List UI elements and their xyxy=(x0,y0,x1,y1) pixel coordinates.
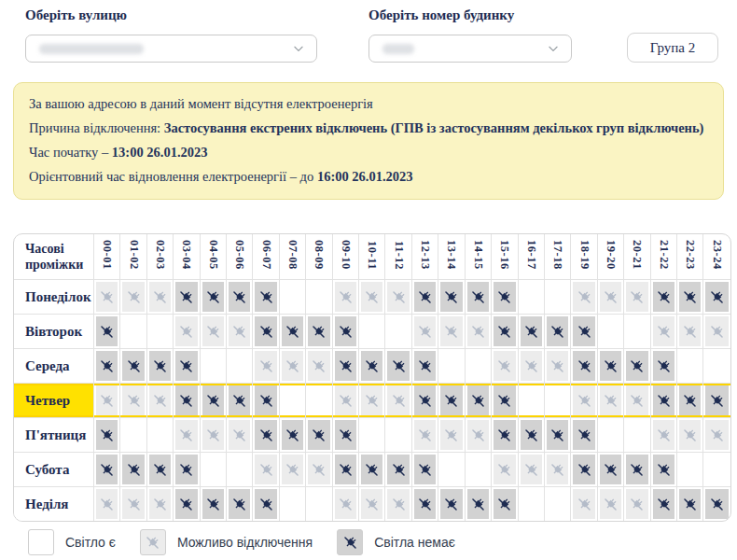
schedule-cell-on xyxy=(703,349,730,384)
schedule-cell-on xyxy=(624,315,650,349)
no-power-icon xyxy=(470,289,486,305)
schedule-cell-possible xyxy=(280,453,306,487)
schedule-cell-on xyxy=(306,384,332,418)
schedule-cell-possible xyxy=(359,384,385,418)
no-power-icon xyxy=(178,427,194,443)
alert-line-status: За вашою адресою в даний момент відсутня… xyxy=(29,91,708,116)
schedule-cell-on xyxy=(545,384,571,418)
schedule-cell-off xyxy=(438,384,465,418)
legend-swatch-off xyxy=(337,529,363,555)
schedule-cell-off xyxy=(253,384,279,418)
no-power-icon xyxy=(338,497,354,512)
schedule-cell-possible xyxy=(519,453,545,487)
no-power-icon xyxy=(470,324,486,340)
schedule-cell-off xyxy=(598,453,624,487)
time-slot-header: 06-07 xyxy=(253,234,279,280)
no-power-icon xyxy=(178,497,194,512)
schedule-cell-off xyxy=(201,280,227,315)
schedule-cell-off xyxy=(174,349,200,384)
no-power-icon xyxy=(126,393,142,409)
schedule-row: Неділя xyxy=(14,487,730,521)
street-select[interactable] xyxy=(25,35,317,63)
no-power-icon xyxy=(126,462,142,478)
schedule-cell-off xyxy=(412,280,438,315)
schedule-cell-possible xyxy=(147,384,174,418)
no-power-icon xyxy=(258,427,274,443)
time-slot-header: 12-13 xyxy=(412,234,438,280)
no-power-icon xyxy=(682,289,698,305)
no-power-icon xyxy=(523,358,539,374)
house-select[interactable] xyxy=(368,35,572,63)
schedule-cell-possible xyxy=(571,280,597,315)
schedule-cell-possible xyxy=(280,349,306,384)
no-power-icon xyxy=(152,358,168,374)
schedule-cell-on xyxy=(519,487,545,521)
day-label: Субота xyxy=(14,453,94,487)
schedule-cell-on xyxy=(598,315,624,349)
no-power-icon xyxy=(258,462,274,478)
no-power-icon xyxy=(364,497,380,512)
no-power-icon xyxy=(682,324,698,340)
schedule-cell-possible xyxy=(333,487,359,521)
schedule-cell-off xyxy=(333,315,359,349)
no-power-icon xyxy=(231,393,247,409)
no-power-icon xyxy=(577,497,592,512)
schedule-cell-on xyxy=(120,315,146,349)
no-power-icon xyxy=(549,324,565,340)
chevron-down-icon xyxy=(292,42,305,55)
day-label: Понеділок xyxy=(14,280,94,315)
schedule-cell-off xyxy=(385,453,411,487)
schedule-cell-possible xyxy=(147,487,174,521)
schedule-row: Субота xyxy=(14,453,730,487)
schedule-body: ПонеділокВівторокСередаЧетверП'ятницяСуб… xyxy=(14,280,730,521)
no-power-icon xyxy=(470,497,486,512)
no-power-icon xyxy=(577,324,592,340)
time-slot-header: 21-22 xyxy=(651,234,677,280)
time-slot-header: 15-16 xyxy=(492,234,518,280)
schedule-cell-off xyxy=(385,349,411,384)
time-slot-header: 08-09 xyxy=(306,234,332,280)
no-power-icon xyxy=(443,324,459,340)
schedule-cell-off xyxy=(412,384,438,418)
time-slot-header: 16-17 xyxy=(519,234,545,280)
schedule-cell-off xyxy=(492,315,518,349)
schedule-cell-off xyxy=(253,487,279,521)
no-power-icon xyxy=(603,358,619,374)
schedule-cell-off xyxy=(94,453,120,487)
group-button[interactable]: Група 2 xyxy=(627,33,718,63)
no-power-icon xyxy=(496,358,512,374)
schedule-cell-possible xyxy=(94,384,120,418)
time-slot-header: 23-24 xyxy=(703,234,730,280)
no-power-icon xyxy=(231,324,247,340)
schedule-cell-off xyxy=(174,453,200,487)
schedule-cell-possible xyxy=(174,315,200,349)
no-power-icon xyxy=(364,393,380,409)
schedule-cell-off xyxy=(703,384,730,418)
street-select-label: Оберіть вулицю xyxy=(25,7,317,23)
no-power-icon xyxy=(178,289,194,305)
street-filter: Оберіть вулицю xyxy=(25,7,317,63)
no-power-icon xyxy=(391,393,407,409)
no-power-icon xyxy=(603,497,619,512)
schedule-cell-off xyxy=(598,349,624,384)
schedule-cell-on xyxy=(519,280,545,315)
schedule-cell-off xyxy=(651,280,677,315)
no-power-icon xyxy=(205,393,221,409)
schedule-cell-off xyxy=(571,418,597,453)
legend-item: Світла немає xyxy=(337,529,455,555)
legend-item: Світло є xyxy=(28,529,116,555)
alert-line-reason: Причина відключення: Застосування екстре… xyxy=(29,116,708,140)
time-slot-header: 13-14 xyxy=(438,234,465,280)
schedule-cell-on xyxy=(227,453,253,487)
schedule-cell-possible xyxy=(359,280,385,315)
no-power-icon xyxy=(417,497,433,512)
no-power-icon xyxy=(364,358,380,374)
no-power-icon xyxy=(311,324,327,340)
no-power-icon xyxy=(523,427,539,443)
time-slot-header: 07-08 xyxy=(280,234,306,280)
no-power-icon xyxy=(470,427,486,443)
no-power-icon xyxy=(364,289,380,305)
schedule-cell-on xyxy=(359,315,385,349)
schedule-cell-possible xyxy=(120,384,146,418)
no-power-icon xyxy=(496,462,512,478)
